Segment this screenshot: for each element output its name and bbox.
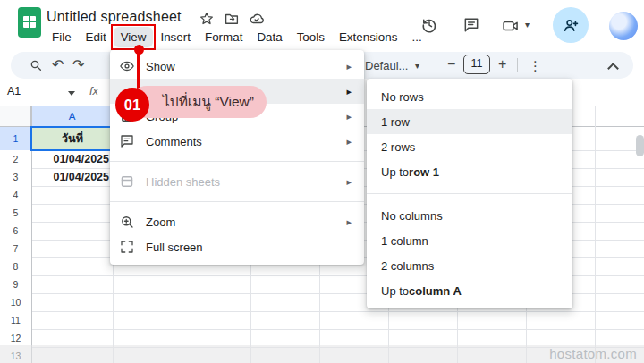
menu-item-label: Zoom: [146, 215, 175, 229]
submenu-arrow-icon: ▸: [346, 61, 352, 72]
row-header-1[interactable]: 1: [0, 127, 31, 150]
document-title[interactable]: Untitled spreadsheet: [47, 9, 182, 25]
share-button[interactable]: [553, 7, 589, 43]
menu-item-label: Hidden sheets: [146, 175, 220, 189]
name-box-caret-icon[interactable]: [68, 91, 75, 99]
eye-icon: [119, 58, 135, 74]
menubar-item-data[interactable]: Data: [250, 27, 289, 47]
decrease-font-size-button[interactable]: −: [447, 57, 455, 72]
menu-item-label: Show: [146, 60, 175, 73]
comments-icon: [119, 133, 135, 149]
freeze-option-2-columns[interactable]: 2 columns: [367, 253, 572, 278]
row-header-7[interactable]: 7: [0, 240, 31, 257]
menubar: FileEditViewInsertFormatDataToolsExtensi…: [45, 27, 429, 47]
zoom-icon: [119, 214, 135, 230]
view-menu-item-hidden-sheets[interactable]: Hidden sheets▸: [110, 169, 364, 194]
name-box[interactable]: A1: [7, 85, 21, 97]
search-icon[interactable]: [29, 58, 43, 76]
view-menu-item-show[interactable]: Show▸: [110, 54, 364, 79]
cell-A3[interactable]: 01/04/2025: [32, 169, 113, 186]
freeze-option-up-to-row-1[interactable]: Up to row 1: [367, 159, 572, 184]
view-menu: Show▸Freeze▸Group▸Comments▸Hidden sheets…: [110, 50, 364, 265]
avatar[interactable]: [609, 12, 638, 40]
toolbar-divider: [517, 58, 518, 72]
freeze-submenu: No rows1 row2 rowsUp to row 1No columns1…: [367, 79, 572, 308]
annotation-connector-dot: [134, 45, 144, 55]
meet-caret-icon[interactable]: ▾: [525, 20, 530, 30]
submenu-arrow-icon: ▸: [346, 136, 352, 148]
cloud-status-icon: [249, 11, 265, 27]
row-header-5[interactable]: 5: [0, 204, 31, 222]
fullscreen-icon: [119, 239, 135, 255]
menu-item-label: Full screen: [146, 241, 203, 254]
comment-history-icon[interactable]: [462, 16, 480, 34]
hidden-sheets-icon: [119, 173, 135, 190]
view-menu-item-full-screen[interactable]: Full screen: [110, 234, 364, 259]
freeze-option-1-row[interactable]: 1 row: [367, 109, 572, 134]
menu-item-label: Comments: [146, 135, 202, 148]
column-header-A[interactable]: A: [31, 106, 113, 127]
menubar-item-insert[interactable]: Insert: [153, 27, 198, 47]
submenu-arrow-icon: ▸: [346, 111, 352, 122]
increase-font-size-button[interactable]: +: [498, 57, 506, 72]
grid-line: [0, 311, 644, 312]
annotation-bubble: ไปที่เมนู “View”: [131, 86, 267, 118]
cell-A2[interactable]: 01/04/2025: [32, 151, 113, 168]
font-size-input[interactable]: 11: [463, 55, 490, 74]
submenu-arrow-icon: ▸: [346, 86, 352, 97]
menubar-item-view[interactable]: View: [114, 27, 154, 47]
menubar-item-extensions[interactable]: Extensions: [332, 27, 405, 47]
sheets-logo-icon[interactable]: [18, 7, 41, 38]
toolbar-divider: [436, 58, 436, 72]
select-all-corner[interactable]: [0, 106, 31, 127]
vertical-scrollbar-thumb[interactable]: [636, 135, 644, 156]
font-family-caret-icon[interactable]: ▾: [415, 61, 419, 71]
freeze-option-1-column[interactable]: 1 column: [367, 228, 572, 253]
grid-line: [0, 329, 644, 330]
more-toolbar-options-icon[interactable]: ⋮: [529, 58, 542, 74]
selection-border: [30, 126, 114, 151]
annotation-step-badge: 01: [115, 88, 149, 122]
meet-camera-icon[interactable]: [502, 17, 520, 35]
freeze-option-no-rows[interactable]: No rows: [367, 84, 572, 109]
fx-label: fx: [89, 84, 98, 97]
grid-line: [595, 106, 596, 363]
view-menu-item-comments[interactable]: Comments▸: [110, 129, 364, 154]
freeze-option-up-to-column-a[interactable]: Up to column A: [367, 278, 572, 303]
redo-icon[interactable]: ↷: [72, 58, 84, 72]
freeze-option-no-columns[interactable]: No columns: [367, 203, 572, 228]
submenu-arrow-icon: ▸: [346, 176, 352, 188]
menubar-item-edit[interactable]: Edit: [79, 27, 114, 47]
row-header-11[interactable]: 11: [0, 311, 31, 329]
row-header-10[interactable]: 10: [0, 293, 31, 311]
freeze-option-2-rows[interactable]: 2 rows: [367, 134, 572, 159]
row-header-9[interactable]: 9: [0, 275, 31, 293]
star-icon[interactable]: [199, 11, 215, 27]
submenu-arrow-icon: ▸: [346, 216, 352, 228]
row-header-3[interactable]: 3: [0, 168, 31, 186]
row-header-12[interactable]: 12: [0, 329, 31, 347]
view-menu-item-zoom[interactable]: Zoom▸: [110, 209, 364, 234]
row-header-6[interactable]: 6: [0, 222, 31, 240]
watermark-band: [0, 345, 644, 363]
menubar-item-format[interactable]: Format: [198, 27, 250, 47]
annotation-text: ไปที่เมนู “View”: [163, 86, 259, 118]
move-folder-icon[interactable]: [224, 11, 240, 27]
menubar-item-file[interactable]: File: [45, 27, 79, 47]
font-family-select[interactable]: Defaul...: [365, 59, 408, 72]
watermark-text: hostatom.com: [549, 346, 637, 361]
row-header-4[interactable]: 4: [0, 186, 31, 204]
menu-divider: [110, 201, 364, 202]
row-header-8[interactable]: 8: [0, 257, 31, 275]
menubar-item-tools[interactable]: Tools: [290, 27, 332, 47]
menu-divider: [110, 161, 364, 162]
undo-icon[interactable]: ↶: [52, 58, 64, 72]
menu-divider: [367, 193, 572, 194]
version-history-icon[interactable]: [420, 16, 438, 34]
row-header-2[interactable]: 2: [0, 150, 31, 168]
